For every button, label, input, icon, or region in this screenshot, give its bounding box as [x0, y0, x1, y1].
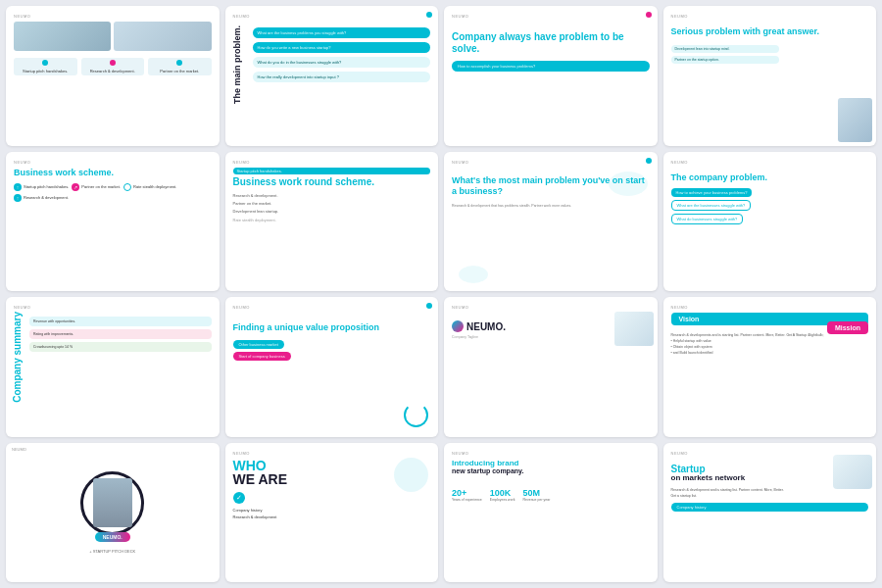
slide-3-chip: How to accomplish your business problems… — [452, 61, 650, 72]
slide-6-items: Research & development. Partner on the m… — [233, 193, 431, 214]
dot-icon-cyan: ↑ — [14, 183, 22, 191]
slide-8-chips: How to achieve your business problems? W… — [671, 188, 869, 224]
slide-14-company: Company history — [233, 508, 431, 513]
slide-4-label: NEUMO — [671, 14, 869, 19]
slide-15-introducing: Introducing brand — [452, 459, 650, 468]
logo-circle-icon — [452, 320, 464, 332]
slide-1-items: Startup pitch handshakes. Research & dev… — [14, 58, 212, 75]
slide-6-item1: Research & development. — [233, 193, 431, 198]
slide-7: NEUMO What's the most main problem you'v… — [444, 152, 658, 292]
slide-16: NEUMO Startup on markets network Researc… — [663, 443, 877, 583]
slide-4-chips: Development lean into startup mind. Part… — [671, 45, 869, 64]
slide-7-answer: Research & development that has problems… — [452, 204, 650, 208]
bubble-deco-2 — [459, 266, 488, 283]
slide-9-row2: Rating with improvements. — [29, 329, 212, 339]
slide-3-label: NEUMO — [452, 14, 650, 19]
stat2-label: Employees work — [490, 498, 515, 502]
slide-15-subtitle: new startup company. — [452, 467, 650, 474]
slide-10-headline: Finding a unique value proposition — [233, 322, 431, 334]
slide-11-label: NEUMO — [452, 305, 650, 310]
dot-icon-pink — [110, 60, 116, 66]
dot-icon-2 — [176, 60, 182, 66]
slide-9-summary: Company summary — [12, 312, 23, 403]
slide-5-black: work scheme. — [56, 168, 115, 177]
stat1-label: Years of experience — [452, 498, 482, 502]
slide-12-lines: Research & developments and is starting … — [671, 333, 869, 355]
slide-8-headline: The company problem. — [671, 172, 869, 182]
slide-13-label: NEUMO — [12, 447, 26, 452]
slide-8: NEUMO The company problem. How to achiev… — [663, 152, 877, 292]
slide-12-line2: • Helpful startup with value — [671, 339, 869, 343]
slide-1-img2 — [114, 22, 211, 51]
slide-12-line4: • and Build launch identified — [671, 351, 869, 355]
slide-15-stat1: 20+ Years of experience — [452, 488, 482, 502]
slide-6-item3: Development lean startup. — [233, 209, 431, 214]
slide-15-label: NEUMO — [452, 451, 650, 456]
slide-1-img1 — [14, 22, 111, 51]
slide-10-cyan: proposition — [331, 322, 380, 332]
slide-16-line1: Research & development and is starting l… — [671, 488, 869, 492]
stat3-num: 50M — [523, 488, 551, 498]
slide-13-circle: NEUMO. — [80, 471, 144, 535]
slide-13-person — [93, 478, 132, 527]
slide-15: NEUMO Introducing brand new startup comp… — [444, 443, 658, 583]
corner-dot-pink-icon — [646, 12, 652, 18]
slide-6-deco: Rate stealth deployment. — [233, 218, 431, 222]
slide-12-line3: • Obtain object with system — [671, 345, 869, 349]
slide-13-logo: NEUMO. — [95, 532, 130, 542]
slide-16-cta[interactable]: Company history — [671, 503, 869, 512]
circle-deco-icon — [404, 403, 428, 427]
slide-4-chip2: Partner on the startup option. — [671, 56, 780, 64]
slide-8-cyan: problem. — [730, 172, 767, 182]
stat1-num: 20+ — [452, 488, 482, 498]
slide-2-label: NEUMO — [233, 14, 431, 19]
slide-2: NEUMO The main problem. What are the bus… — [225, 6, 439, 146]
slide-5-items: ↑ Startup pitch handshakes. ↗ Partner on… — [14, 183, 212, 202]
slide-5-headline: Business work scheme. — [14, 168, 212, 177]
slide-10-tag2: Start of company business — [233, 352, 291, 361]
dot-icon-cyan2: ↑ — [14, 194, 22, 202]
slide-1-item1: Startup pitch handshakes. — [14, 58, 77, 75]
slide-10-label: NEUMO — [233, 305, 431, 310]
slide-10-tags: Other business market Start of company b… — [233, 340, 431, 361]
slide-14: NEUMO WHO WE ARE ✓ Company history Resea… — [225, 443, 439, 583]
slide-6-black: work round scheme. — [279, 176, 374, 187]
stat2-num: 100K — [490, 488, 515, 498]
slide-11-img — [614, 312, 654, 346]
slide-4-person-img — [838, 98, 872, 142]
corner-dot-cyan — [646, 158, 652, 164]
slide-2-q4: How the really development into startup … — [253, 72, 431, 82]
slide-6-item2: Partner on the market. — [233, 201, 431, 206]
slide-6: NEUMO Startup pitch handshakes. Business… — [225, 152, 439, 292]
slide-12-label: NEUMO — [671, 305, 869, 310]
slide-1-item3: Partner on the market. — [148, 58, 212, 75]
slide-8-label: NEUMO — [671, 160, 869, 165]
dot-icon — [42, 60, 48, 66]
slide-15-stat2: 100K Employees work — [490, 488, 515, 502]
slide-2-main-title: The main problem. — [233, 25, 243, 104]
slide-5-label: NEUMO — [14, 160, 212, 165]
slide-4-headline: Serious problem with great answer. — [671, 26, 869, 37]
slide-6-label: NEUMO — [233, 160, 431, 165]
slide-5-item2: ↗ Partner on the market. — [72, 183, 121, 191]
slide-11: NEUMO NEUMO. Company Tagline — [444, 297, 658, 437]
dot-outline-icon — [123, 183, 131, 191]
slide-16-lines: Research & development and is starting l… — [671, 488, 869, 498]
slide-4: NEUMO Serious problem with great answer.… — [663, 6, 877, 146]
slide-5-item3: Rate stealth deployment. — [123, 183, 176, 191]
slide-16-line2: Get a startup list. — [671, 494, 869, 498]
slide-5-cyan: Business — [14, 168, 53, 177]
slide-13-sub: + STARTUP PITCH DECK — [89, 549, 135, 554]
slide-6-tag: Startup pitch handshakes. — [233, 168, 431, 174]
slide-1: NEUMO Startup pitch handshakes. Research… — [6, 6, 220, 146]
slide-6-headline: Business work round scheme. — [233, 176, 431, 188]
slide-8-chip2: What are the businesses struggle with? — [671, 200, 752, 211]
slide-11-logo-text: NEUMO. — [466, 321, 506, 332]
slide-1-label: NEUMO — [14, 14, 212, 19]
slide-9-label: NEUMO — [14, 305, 212, 310]
slide-10: NEUMO Finding a unique value proposition… — [225, 297, 439, 437]
slide-9-rows: Revenue with opportunities. Rating with … — [29, 317, 212, 352]
slide-7-label: NEUMO — [452, 160, 650, 165]
dot-icon-pink2: ↗ — [72, 183, 79, 191]
slide-5-item4: ↑ Research & development. — [14, 194, 69, 202]
